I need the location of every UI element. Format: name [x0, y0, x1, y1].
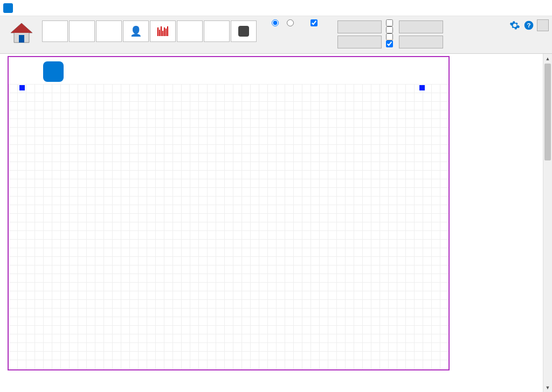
minimize-button[interactable]: [478, 1, 501, 16]
close-button[interactable]: [525, 1, 549, 16]
addmen-logo: [43, 61, 64, 82]
help-button[interactable]: ?: [523, 19, 535, 31]
bubble-layer: [9, 84, 451, 375]
sheet[interactable]: [8, 56, 450, 370]
numeric-tool[interactable]: [69, 20, 95, 42]
svg-marker-1: [11, 23, 32, 33]
mcq-tool[interactable]: [42, 20, 68, 42]
work-area: ▲ ▼: [0, 54, 552, 392]
revert-button[interactable]: [337, 20, 382, 33]
toolbar: 👤: [0, 16, 552, 54]
scroll-up-arrow[interactable]: ▲: [543, 54, 552, 63]
svg-rect-2: [19, 35, 24, 43]
home-icon: [9, 21, 34, 47]
export-button[interactable]: [399, 36, 443, 48]
gear-icon: [509, 20, 520, 31]
litho-tool[interactable]: [177, 20, 203, 42]
svg-text:?: ?: [527, 22, 530, 29]
home-button[interactable]: [2, 17, 41, 51]
help-icon: ?: [523, 20, 534, 31]
person-icon: 👤: [130, 25, 142, 37]
mdi-close-button[interactable]: [537, 19, 549, 31]
maximize-button[interactable]: [501, 1, 525, 16]
barcode-tool[interactable]: [150, 20, 176, 42]
app-icon: [3, 3, 13, 13]
scroll-thumb[interactable]: [544, 64, 551, 160]
bubble-grid-area[interactable]: [9, 84, 448, 369]
text-label-checkbox[interactable]: [386, 26, 395, 33]
snap-to-grid-checkbox[interactable]: [302, 19, 319, 26]
redefine-button[interactable]: [337, 36, 382, 48]
vertical-scrollbar[interactable]: ▲ ▼: [543, 54, 552, 392]
image-icon: [238, 26, 249, 37]
timeline-checkbox[interactable]: [386, 33, 395, 40]
scroll-down-arrow[interactable]: ▼: [543, 383, 552, 392]
label-tool[interactable]: [204, 20, 230, 42]
question-mode-radio[interactable]: [287, 19, 295, 26]
sheet-info: [323, 17, 335, 19]
two-color-checkbox[interactable]: [386, 19, 395, 26]
settings-button[interactable]: [509, 19, 521, 31]
photo-tool[interactable]: 👤: [123, 20, 149, 42]
block-mode-radio[interactable]: [272, 19, 280, 26]
matrix-tool[interactable]: [96, 20, 122, 42]
titlebar: [0, 0, 552, 16]
image-tool[interactable]: [231, 20, 257, 42]
save-button[interactable]: [399, 20, 443, 33]
design-canvas[interactable]: [0, 54, 543, 392]
question-no-checkbox[interactable]: [386, 40, 395, 47]
barcode-icon: [157, 26, 168, 36]
